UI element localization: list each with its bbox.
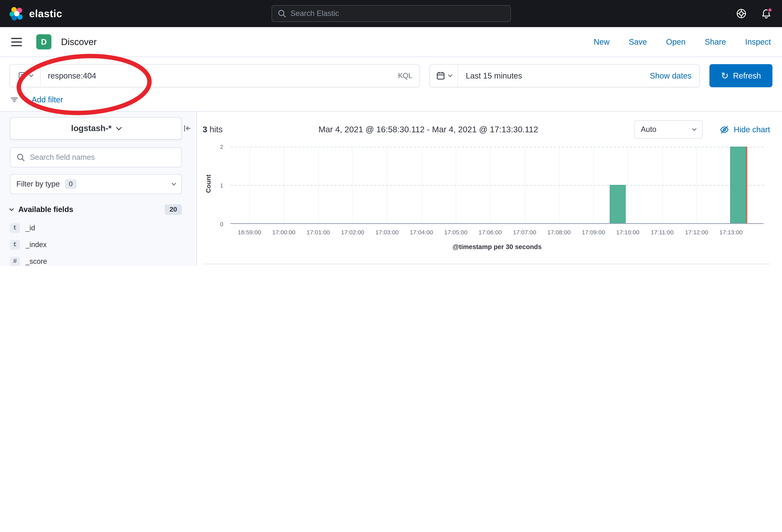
available-fields-count-badge: 20 (165, 204, 182, 215)
x-tick-label: 17:13:00 (719, 229, 743, 235)
h-gridline (230, 185, 763, 186)
chevron-down-icon (448, 73, 453, 77)
x-tick-label: 17:04:00 (410, 229, 433, 235)
documents-table: Time _source ›Mar 4, 2021 @ 17:13:07.876… (203, 264, 770, 266)
global-search-placeholder: Search Elastic (290, 9, 339, 18)
y-tick-label: 1 (220, 182, 223, 189)
field-item-_index[interactable]: t_index (10, 236, 192, 253)
x-tick-label: 17:12:00 (685, 229, 708, 235)
nav-action-save[interactable]: Save (629, 37, 647, 46)
x-tick-label: 17:01:00 (307, 229, 330, 235)
global-search-input[interactable]: Search Elastic (271, 5, 511, 22)
nav-action-open[interactable]: Open (666, 37, 685, 46)
content-area: logstash-* Search field names Filter by … (0, 112, 782, 266)
query-text: response:404 (48, 71, 96, 80)
saved-query-icon (17, 71, 26, 80)
field-list: t_idt_index#_scoret_type@timestampt@vers… (10, 220, 192, 266)
field-search-placeholder: Search field names (30, 153, 95, 162)
filter-by-type-select[interactable]: Filter by type 0 (10, 174, 182, 194)
x-tick-label: 17:03:00 (376, 229, 399, 235)
x-tick-label: 17:05:00 (444, 229, 468, 235)
discover-sidebar: logstash-* Search field names Filter by … (0, 112, 197, 266)
x-tick-label: 17:09:00 (582, 229, 605, 235)
refresh-icon: ↻ (721, 71, 729, 80)
search-icon (277, 9, 286, 18)
field-name: _id (26, 224, 35, 232)
chevron-down-icon (29, 73, 34, 77)
refresh-label: Refresh (733, 71, 761, 80)
date-picker-calendar-button[interactable] (430, 65, 458, 87)
x-tick-label: 17:10:00 (616, 229, 639, 235)
x-axis-title: @timestamp per 30 seconds (230, 243, 763, 251)
chevron-down-icon (172, 181, 176, 186)
app-navbar: D Discover NewSaveOpenShareInspect (0, 27, 782, 57)
space-avatar[interactable]: D (36, 34, 51, 49)
y-tick-label: 2 (220, 143, 223, 150)
interval-select[interactable]: Auto (634, 120, 703, 139)
show-dates-button[interactable]: Show dates (650, 71, 691, 80)
available-fields-label: Available fields (19, 205, 73, 214)
histogram-bar-17:09:30[interactable] (610, 185, 626, 223)
elastic-logo[interactable]: elastic (9, 6, 62, 21)
y-axis: 210 (203, 147, 227, 224)
elastic-logo-icon (9, 6, 24, 21)
nav-action-new[interactable]: New (594, 37, 609, 46)
chevron-down-icon (9, 206, 14, 211)
x-axis: 16:59:0017:00:0017:01:0017:02:0017:03:00… (230, 229, 763, 238)
plot-area (230, 147, 763, 224)
x-tick-label: 17:08:00 (547, 229, 571, 235)
field-item-_score[interactable]: #_score (10, 253, 192, 266)
collapse-sidebar-button[interactable] (181, 122, 193, 134)
help-icon[interactable] (735, 8, 747, 20)
refresh-button[interactable]: ↻ Refresh (709, 64, 773, 87)
histogram-bar-17:13:00[interactable] (730, 147, 746, 223)
x-tick-label: 17:00:00 (272, 229, 295, 235)
calendar-icon (436, 71, 445, 80)
query-input[interactable]: response:404 KQL (41, 64, 420, 87)
x-tick-label: 16:59:00 (238, 229, 261, 235)
current-time-marker (746, 147, 747, 223)
available-fields-toggle[interactable]: Available fields 20 (10, 204, 182, 215)
alerts-bell-icon[interactable] (760, 7, 773, 20)
add-filter-button[interactable]: + Add filter (25, 95, 63, 104)
field-type-icon-number: # (10, 257, 20, 266)
date-picker: Last 15 minutes Show dates (429, 64, 700, 87)
index-pattern-select[interactable]: logstash-* (10, 117, 182, 140)
filter-by-type-label: Filter by type (16, 180, 60, 189)
x-tick-label: 17:02:00 (341, 229, 364, 235)
hide-chart-label: Hide chart (734, 125, 770, 134)
field-search-input[interactable]: Search field names (10, 147, 182, 167)
y-tick-label: 0 (220, 221, 223, 227)
nav-action-share[interactable]: Share (705, 37, 726, 46)
menu-button[interactable] (11, 38, 22, 46)
saved-query-menu-button[interactable] (9, 64, 41, 87)
x-tick-label: 17:06:00 (478, 229, 502, 235)
histogram-chart: Count 210 16:59:0017:00:0017:01:0017:02:… (203, 145, 770, 253)
page-title: Discover (61, 36, 97, 47)
interval-value: Auto (641, 125, 656, 134)
query-language-button[interactable]: KQL (398, 72, 412, 80)
table-header: Time _source (203, 264, 770, 266)
filter-icon[interactable] (9, 95, 19, 104)
hits-row: 3 hits Mar 4, 2021 @ 16:58:30.112 - Mar … (203, 120, 770, 139)
time-range-display: Mar 4, 2021 @ 16:58:30.112 - Mar 4, 2021… (222, 125, 634, 134)
global-header: elastic Search Elastic (0, 0, 782, 27)
hits-label: hits (210, 125, 222, 134)
nav-action-inspect[interactable]: Inspect (745, 37, 771, 46)
h-gridline (230, 147, 763, 147)
x-tick-label: 17:07:00 (513, 229, 536, 235)
filter-count-badge: 0 (65, 179, 77, 189)
header-icons (735, 7, 773, 20)
hide-chart-button[interactable]: Hide chart (719, 124, 770, 135)
x-tick-label: 17:11:00 (651, 229, 674, 235)
index-pattern-name: logstash-* (71, 123, 111, 133)
query-section: response:404 KQL Last 15 minutes Show da… (0, 57, 782, 112)
chevron-down-icon (116, 124, 121, 130)
eye-slash-icon (719, 124, 730, 135)
discover-main: 3 hits Mar 4, 2021 @ 16:58:30.112 - Mar … (197, 112, 782, 266)
nav-actions: NewSaveOpenShareInspect (594, 37, 771, 46)
brand-name: elastic (29, 7, 62, 20)
field-item-_id[interactable]: t_id (10, 220, 192, 236)
time-range-value[interactable]: Last 15 minutes (466, 71, 522, 80)
field-name: _score (26, 257, 47, 266)
